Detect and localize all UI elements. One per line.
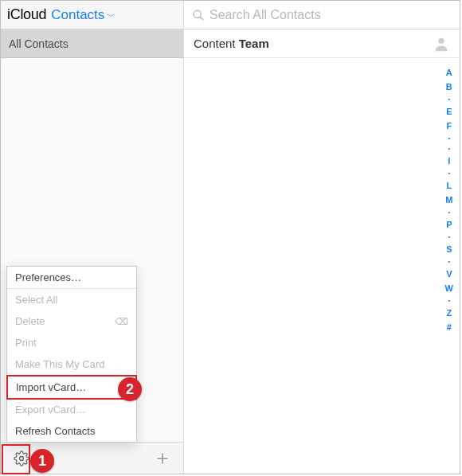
topbar-left: iCloud Contacts﹀ xyxy=(1,1,184,29)
menu-item-label: Print xyxy=(15,337,37,349)
group-all-contacts[interactable]: All Contacts xyxy=(1,29,183,58)
alpha-index[interactable]: AB•EF••I•LM•P•S•VW•Z# xyxy=(445,68,453,337)
index-letter[interactable]: B xyxy=(446,82,452,92)
menu-item-label: Export vCard… xyxy=(15,404,86,416)
index-letter[interactable]: V xyxy=(446,269,452,279)
menu-item-label: Refresh Contacts xyxy=(15,425,95,437)
menu-item-label: Import vCard… xyxy=(16,381,86,393)
contact-name: Content Team xyxy=(194,37,269,50)
menu-item-print: Print xyxy=(7,332,136,353)
index-dot: • xyxy=(448,96,450,102)
svg-line-1 xyxy=(200,17,203,20)
app-name-label: Contacts xyxy=(51,7,104,22)
contact-row[interactable]: Content Team xyxy=(184,29,460,58)
index-dot: • xyxy=(448,135,450,141)
gear-icon xyxy=(14,451,29,466)
index-dot: • xyxy=(448,259,450,264)
index-dot: • xyxy=(448,146,450,151)
search-input[interactable] xyxy=(209,8,417,22)
avatar-icon xyxy=(433,35,450,53)
index-letter[interactable]: F xyxy=(446,121,452,131)
menu-item-preferences[interactable]: Preferences… xyxy=(7,267,136,288)
annotation-callout-1: 1 xyxy=(30,449,54,473)
chevron-down-icon: ﹀ xyxy=(107,11,116,21)
backspace-icon: ⌫ xyxy=(115,316,128,327)
main-panel: Content Team AB•EF••I•LM•P•S•VW•Z# xyxy=(184,29,460,474)
add-button[interactable] xyxy=(153,449,172,468)
index-dot: • xyxy=(448,209,450,215)
index-dot: • xyxy=(448,170,450,176)
index-letter[interactable]: L xyxy=(446,181,452,190)
icloud-logo: iCloud xyxy=(7,6,46,23)
menu-item-label: Preferences… xyxy=(15,271,81,283)
group-label: All Contacts xyxy=(9,37,69,50)
menu-item-select-all: Select All xyxy=(7,289,136,310)
sidebar-footer xyxy=(1,442,183,474)
index-letter[interactable]: P xyxy=(446,220,452,229)
index-letter[interactable]: W xyxy=(445,283,453,293)
svg-point-2 xyxy=(20,456,24,460)
top-bar: iCloud Contacts﹀ xyxy=(1,1,460,29)
menu-item-make-this-my-card: Make This My Card xyxy=(7,353,136,375)
settings-button[interactable] xyxy=(12,449,31,468)
index-letter[interactable]: S xyxy=(446,244,452,254)
index-letter[interactable]: A xyxy=(446,68,452,77)
menu-item-delete: Delete⌫ xyxy=(7,310,136,332)
plus-icon xyxy=(155,451,170,466)
menu-item-refresh-contacts[interactable]: Refresh Contacts xyxy=(7,420,136,442)
index-dot: • xyxy=(448,234,450,240)
app-switcher[interactable]: Contacts﹀ xyxy=(51,7,116,23)
index-letter[interactable]: Z xyxy=(446,308,452,318)
svg-point-0 xyxy=(194,10,201,18)
svg-point-5 xyxy=(438,37,444,43)
menu-item-export-vcard: Export vCard… xyxy=(7,399,136,420)
index-letter[interactable]: I xyxy=(448,156,450,166)
contact-first: Content xyxy=(194,37,236,50)
settings-menu: Preferences…Select AllDelete⌫PrintMake T… xyxy=(6,266,137,443)
contact-last: Team xyxy=(239,37,269,50)
topbar-right xyxy=(184,1,460,29)
index-letter[interactable]: E xyxy=(446,107,452,116)
annotation-callout-2: 2 xyxy=(118,377,142,401)
index-letter[interactable]: M xyxy=(445,195,452,205)
menu-item-label: Make This My Card xyxy=(15,358,104,370)
menu-item-label: Select All xyxy=(15,294,57,306)
index-letter[interactable]: # xyxy=(447,322,452,332)
menu-item-label: Delete xyxy=(15,315,45,327)
search-icon xyxy=(192,9,205,21)
index-dot: • xyxy=(448,298,450,303)
